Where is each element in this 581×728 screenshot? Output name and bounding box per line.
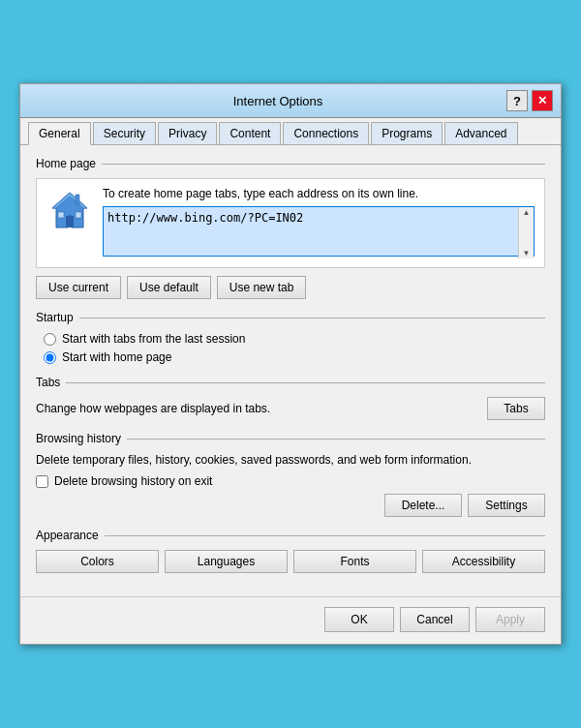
languages-button[interactable]: Languages [165,550,288,573]
appearance-section: Appearance Colors Languages Fonts Access… [36,529,545,573]
fonts-button[interactable]: Fonts [293,550,416,573]
ok-button[interactable]: OK [324,607,394,632]
use-current-button[interactable]: Use current [36,276,121,299]
scroll-down-arrow[interactable]: ▼ [523,249,531,258]
use-default-button[interactable]: Use default [127,276,211,299]
svg-rect-2 [76,195,79,204]
last-session-label: Start with tabs from the last session [62,332,245,346]
browsing-description: Delete temporary files, history, cookies… [36,453,545,467]
tabs-section-title: Tabs [36,376,545,389]
internet-options-dialog: Internet Options ? ✕ General Security Pr… [19,83,562,645]
svg-rect-4 [58,212,64,218]
startup-option-home-page: Start with home page [44,350,545,364]
home-page-label: Start with home page [62,350,171,364]
appearance-buttons: Colors Languages Fonts Accessibility [36,550,545,573]
homepage-right: To create home page tabs, type each addr… [103,187,535,259]
svg-rect-3 [66,216,74,228]
tab-general[interactable]: General [28,122,91,145]
last-session-radio[interactable] [44,333,56,346]
title-bar-controls: ? ✕ [506,90,553,111]
use-new-tab-button[interactable]: Use new tab [217,276,307,299]
apply-button[interactable]: Apply [475,607,545,632]
title-bar: Internet Options ? ✕ [20,84,561,118]
history-buttons: Delete... Settings [36,494,545,517]
tab-privacy[interactable]: Privacy [158,122,217,144]
browsing-history-section: Browsing history Delete temporary files,… [36,432,545,517]
delete-button[interactable]: Delete... [384,494,462,517]
url-box-wrapper: ▲ ▼ [103,206,535,259]
tab-programs[interactable]: Programs [371,122,443,144]
svg-rect-5 [76,212,81,218]
startup-option-last-session: Start with tabs from the last session [44,332,545,346]
settings-button[interactable]: Settings [468,494,545,517]
help-button[interactable]: ? [506,90,528,111]
startup-section: Startup Start with tabs from the last se… [36,311,545,364]
homepage-description: To create home page tabs, type each addr… [103,187,535,200]
appearance-section-title: Appearance [36,529,545,542]
homepage-section-title: Home page [36,157,545,170]
browsing-history-title: Browsing history [36,432,545,445]
tab-advanced[interactable]: Advanced [444,122,517,144]
homepage-box: To create home page tabs, type each addr… [36,178,545,268]
tabs-description: Change how webpages are displayed in tab… [36,402,487,415]
tab-security[interactable]: Security [93,122,156,144]
home-page-radio[interactable] [44,351,56,364]
homepage-buttons: Use current Use default Use new tab [36,276,545,299]
delete-on-exit-label: Delete browsing history on exit [54,474,212,488]
tabs-bar: General Security Privacy Content Connect… [20,118,561,145]
delete-on-exit-row: Delete browsing history on exit [36,474,545,488]
scroll-up-arrow[interactable]: ▲ [523,208,531,217]
startup-section-title: Startup [36,311,545,324]
colors-button[interactable]: Colors [36,550,159,573]
tab-content-area: Home page [20,145,561,596]
cancel-button[interactable]: Cancel [400,607,470,632]
tab-content[interactable]: Content [219,122,281,144]
delete-on-exit-checkbox[interactable] [36,475,48,488]
homepage-section: Home page [36,157,545,299]
home-icon [46,187,93,233]
accessibility-button[interactable]: Accessibility [422,550,545,573]
tab-connections[interactable]: Connections [283,122,369,144]
homepage-url-input[interactable] [103,206,535,257]
url-scrollbar[interactable]: ▲ ▼ [518,207,534,258]
close-button[interactable]: ✕ [532,90,553,111]
tabs-button[interactable]: Tabs [487,397,545,420]
tabs-section-row: Change how webpages are displayed in tab… [36,397,545,420]
dialog-title: Internet Options [49,94,506,108]
bottom-buttons: OK Cancel Apply [20,596,561,644]
startup-options: Start with tabs from the last session St… [36,332,545,364]
tabs-section: Tabs Change how webpages are displayed i… [36,376,545,420]
